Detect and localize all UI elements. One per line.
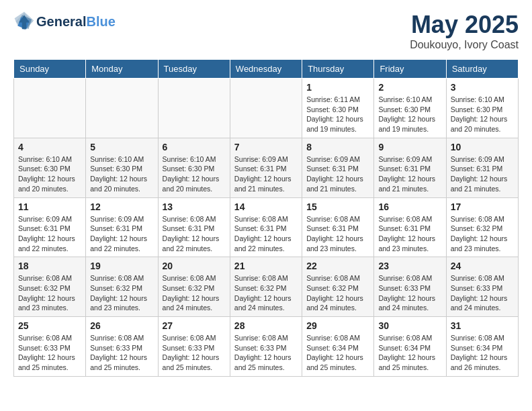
day-info: Sunrise: 6:08 AM Sunset: 6:31 PM Dayligh… xyxy=(306,214,369,254)
table-row: 2Sunrise: 6:10 AM Sunset: 6:30 PM Daylig… xyxy=(374,79,446,138)
day-info: Sunrise: 6:09 AM Sunset: 6:31 PM Dayligh… xyxy=(90,214,153,254)
day-number: 15 xyxy=(306,201,369,212)
day-number: 1 xyxy=(306,82,369,93)
table-row: 14Sunrise: 6:08 AM Sunset: 6:31 PM Dayli… xyxy=(230,197,302,257)
day-number: 21 xyxy=(234,261,298,271)
page: GeneralBlue May 2025 Doukouyo, Ivory Coa… xyxy=(0,0,532,387)
col-wednesday: Wednesday xyxy=(230,60,302,79)
day-number: 11 xyxy=(18,201,81,212)
table-row: 7Sunrise: 6:09 AM Sunset: 6:31 PM Daylig… xyxy=(230,138,302,197)
day-number: 14 xyxy=(234,201,298,212)
table-row: 21Sunrise: 6:08 AM Sunset: 6:32 PM Dayli… xyxy=(230,257,302,317)
day-number: 10 xyxy=(451,142,514,152)
day-info: Sunrise: 6:08 AM Sunset: 6:33 PM Dayligh… xyxy=(378,273,441,313)
calendar-table: Sunday Monday Tuesday Wednesday Thursday… xyxy=(13,59,519,377)
day-number: 4 xyxy=(18,142,81,152)
table-row: 9Sunrise: 6:09 AM Sunset: 6:31 PM Daylig… xyxy=(374,138,446,197)
day-info: Sunrise: 6:08 AM Sunset: 6:31 PM Dayligh… xyxy=(234,214,298,254)
day-info: Sunrise: 6:09 AM Sunset: 6:31 PM Dayligh… xyxy=(451,154,514,194)
day-number: 19 xyxy=(90,261,153,271)
table-row: 28Sunrise: 6:08 AM Sunset: 6:33 PM Dayli… xyxy=(230,317,302,377)
day-number: 12 xyxy=(90,201,153,212)
col-tuesday: Tuesday xyxy=(158,60,230,79)
table-row: 24Sunrise: 6:08 AM Sunset: 6:33 PM Dayli… xyxy=(446,257,518,317)
day-info: Sunrise: 6:08 AM Sunset: 6:32 PM Dayligh… xyxy=(306,273,369,313)
table-row: 19Sunrise: 6:08 AM Sunset: 6:32 PM Dayli… xyxy=(86,257,158,317)
day-number: 17 xyxy=(451,201,514,212)
day-info: Sunrise: 6:08 AM Sunset: 6:33 PM Dayligh… xyxy=(18,333,81,373)
calendar-week-row: 18Sunrise: 6:08 AM Sunset: 6:32 PM Dayli… xyxy=(14,257,519,317)
day-number: 25 xyxy=(18,320,81,331)
day-info: Sunrise: 6:08 AM Sunset: 6:34 PM Dayligh… xyxy=(306,333,369,373)
day-number: 7 xyxy=(234,142,298,152)
day-info: Sunrise: 6:08 AM Sunset: 6:31 PM Dayligh… xyxy=(378,214,441,254)
day-number: 13 xyxy=(163,201,226,212)
table-row: 5Sunrise: 6:10 AM Sunset: 6:30 PM Daylig… xyxy=(86,138,158,197)
day-number: 27 xyxy=(163,320,226,331)
table-row: 29Sunrise: 6:08 AM Sunset: 6:34 PM Dayli… xyxy=(302,317,374,377)
day-info: Sunrise: 6:08 AM Sunset: 6:32 PM Dayligh… xyxy=(90,273,153,313)
day-info: Sunrise: 6:08 AM Sunset: 6:33 PM Dayligh… xyxy=(234,333,298,373)
day-number: 24 xyxy=(451,261,514,271)
table-row: 8Sunrise: 6:09 AM Sunset: 6:31 PM Daylig… xyxy=(302,138,374,197)
day-info: Sunrise: 6:08 AM Sunset: 6:33 PM Dayligh… xyxy=(451,273,514,313)
col-friday: Friday xyxy=(374,60,446,79)
table-row: 20Sunrise: 6:08 AM Sunset: 6:32 PM Dayli… xyxy=(158,257,230,317)
table-row xyxy=(158,79,230,138)
day-number: 31 xyxy=(451,320,514,331)
day-info: Sunrise: 6:08 AM Sunset: 6:33 PM Dayligh… xyxy=(90,333,153,373)
table-row: 27Sunrise: 6:08 AM Sunset: 6:33 PM Dayli… xyxy=(158,317,230,377)
logo: GeneralBlue xyxy=(13,11,116,32)
day-info: Sunrise: 6:08 AM Sunset: 6:33 PM Dayligh… xyxy=(163,333,226,373)
table-row: 11Sunrise: 6:09 AM Sunset: 6:31 PM Dayli… xyxy=(14,197,86,257)
col-saturday: Saturday xyxy=(446,60,518,79)
day-number: 28 xyxy=(234,320,298,331)
day-info: Sunrise: 6:09 AM Sunset: 6:31 PM Dayligh… xyxy=(234,154,298,194)
day-info: Sunrise: 6:10 AM Sunset: 6:30 PM Dayligh… xyxy=(378,95,441,134)
day-number: 16 xyxy=(378,201,441,212)
calendar-week-row: 4Sunrise: 6:10 AM Sunset: 6:30 PM Daylig… xyxy=(14,138,519,197)
day-number: 6 xyxy=(163,142,226,152)
table-row: 12Sunrise: 6:09 AM Sunset: 6:31 PM Dayli… xyxy=(86,197,158,257)
day-number: 29 xyxy=(306,320,369,331)
table-row: 30Sunrise: 6:08 AM Sunset: 6:34 PM Dayli… xyxy=(374,317,446,377)
day-number: 3 xyxy=(451,82,514,93)
logo-icon xyxy=(13,11,35,32)
table-row: 18Sunrise: 6:08 AM Sunset: 6:32 PM Dayli… xyxy=(14,257,86,317)
day-number: 5 xyxy=(90,142,153,152)
day-number: 26 xyxy=(90,320,153,331)
day-info: Sunrise: 6:08 AM Sunset: 6:32 PM Dayligh… xyxy=(234,273,298,313)
table-row: 1Sunrise: 6:11 AM Sunset: 6:30 PM Daylig… xyxy=(302,79,374,138)
location-title: Doukouyo, Ivory Coast xyxy=(410,39,519,51)
day-info: Sunrise: 6:08 AM Sunset: 6:32 PM Dayligh… xyxy=(451,214,514,254)
table-row: 16Sunrise: 6:08 AM Sunset: 6:31 PM Dayli… xyxy=(374,197,446,257)
title-block: May 2025 Doukouyo, Ivory Coast xyxy=(410,11,519,51)
day-info: Sunrise: 6:08 AM Sunset: 6:31 PM Dayligh… xyxy=(163,214,226,254)
table-row: 6Sunrise: 6:10 AM Sunset: 6:30 PM Daylig… xyxy=(158,138,230,197)
header: GeneralBlue May 2025 Doukouyo, Ivory Coa… xyxy=(13,11,519,51)
calendar-week-row: 25Sunrise: 6:08 AM Sunset: 6:33 PM Dayli… xyxy=(14,317,519,377)
day-number: 18 xyxy=(18,261,81,271)
day-info: Sunrise: 6:10 AM Sunset: 6:30 PM Dayligh… xyxy=(90,154,153,194)
calendar-week-row: 11Sunrise: 6:09 AM Sunset: 6:31 PM Dayli… xyxy=(14,197,519,257)
table-row: 15Sunrise: 6:08 AM Sunset: 6:31 PM Dayli… xyxy=(302,197,374,257)
day-info: Sunrise: 6:08 AM Sunset: 6:34 PM Dayligh… xyxy=(451,333,514,373)
day-info: Sunrise: 6:08 AM Sunset: 6:32 PM Dayligh… xyxy=(18,273,81,313)
day-number: 20 xyxy=(163,261,226,271)
table-row xyxy=(14,79,86,138)
calendar-header-row: Sunday Monday Tuesday Wednesday Thursday… xyxy=(14,60,519,79)
day-info: Sunrise: 6:08 AM Sunset: 6:32 PM Dayligh… xyxy=(163,273,226,313)
day-number: 9 xyxy=(378,142,441,152)
table-row xyxy=(86,79,158,138)
day-number: 8 xyxy=(306,142,369,152)
day-number: 2 xyxy=(378,82,441,93)
table-row: 4Sunrise: 6:10 AM Sunset: 6:30 PM Daylig… xyxy=(14,138,86,197)
table-row: 25Sunrise: 6:08 AM Sunset: 6:33 PM Dayli… xyxy=(14,317,86,377)
day-number: 22 xyxy=(306,261,369,271)
day-info: Sunrise: 6:08 AM Sunset: 6:34 PM Dayligh… xyxy=(378,333,441,373)
table-row: 23Sunrise: 6:08 AM Sunset: 6:33 PM Dayli… xyxy=(374,257,446,317)
logo-text: GeneralBlue xyxy=(36,14,116,29)
calendar-week-row: 1Sunrise: 6:11 AM Sunset: 6:30 PM Daylig… xyxy=(14,79,519,138)
table-row: 26Sunrise: 6:08 AM Sunset: 6:33 PM Dayli… xyxy=(86,317,158,377)
day-info: Sunrise: 6:10 AM Sunset: 6:30 PM Dayligh… xyxy=(451,95,514,134)
